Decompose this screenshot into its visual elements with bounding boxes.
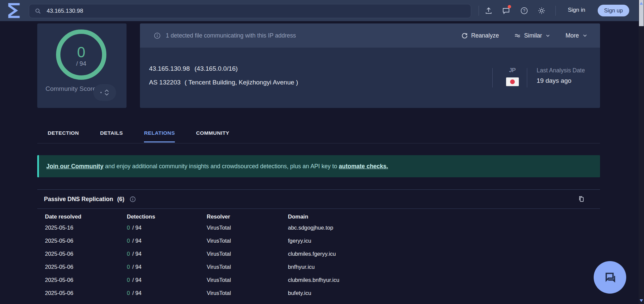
community-vote-stepper[interactable]	[93, 84, 116, 101]
asn[interactable]: AS 132203	[149, 79, 181, 86]
automate-checks-link[interactable]: automate checks.	[339, 163, 388, 170]
chat-fab-button[interactable]	[594, 261, 626, 294]
ip-summary-card: 1 detected file communicating with this …	[140, 23, 600, 108]
col-header-resolver: Resolver	[207, 214, 288, 225]
info-icon[interactable]	[129, 196, 136, 203]
country-block: JP	[503, 67, 522, 86]
cell-domain[interactable]: fgeryy.icu	[288, 238, 600, 251]
cell-resolver: VirusTotal	[207, 251, 288, 264]
search-bar[interactable]	[29, 4, 471, 18]
tab-details[interactable]: DETAILS	[100, 130, 123, 142]
scroll-up-arrow[interactable]	[640, 2, 643, 5]
cell-domain[interactable]: abc.sdgogjhue.top	[288, 225, 600, 238]
passive-dns-section: Passive DNS Replication (6) Date resolve…	[37, 189, 600, 303]
virustotal-logo[interactable]	[4, 2, 24, 19]
col-header-date: Date resolved	[45, 214, 127, 225]
upload-icon[interactable]	[484, 6, 493, 15]
cell-resolver: VirusTotal	[207, 277, 288, 290]
country-code: JP	[503, 67, 522, 74]
scroll-down-arrow[interactable]	[640, 299, 643, 302]
as-owner: ( Tencent Building, Kejizhongyi Avenue )	[185, 79, 298, 86]
japan-flag-icon	[506, 77, 519, 86]
cell-date: 2025-05-06	[45, 290, 127, 303]
cell-detections: 0/ 94	[127, 264, 207, 277]
col-header-detections: Detections	[127, 214, 207, 225]
cell-date: 2025-05-06	[45, 251, 127, 264]
tab-detection[interactable]: DETECTION	[48, 130, 79, 142]
report-tabs: DETECTION DETAILS RELATIONS COMMUNITY	[48, 130, 229, 142]
search-input[interactable]	[46, 7, 471, 15]
banner-text: and enjoy additional community insights …	[103, 163, 339, 170]
virustotal-page: ? Sign in Sign up 0 / 94 Community Score	[0, 0, 644, 304]
join-community-link[interactable]: Join our Community	[46, 163, 103, 170]
vertical-divider	[492, 68, 493, 87]
nav-divider	[555, 6, 556, 16]
cell-resolver: VirusTotal	[207, 238, 288, 251]
tab-community[interactable]: COMMUNITY	[196, 130, 229, 142]
passive-dns-titlebar: Passive DNS Replication (6)	[37, 189, 600, 209]
nav-divider	[479, 6, 479, 16]
detection-score-ring: 0 / 94	[56, 29, 106, 80]
cell-date: 2025-05-06	[45, 264, 127, 277]
more-label: More	[565, 32, 579, 39]
ip-address[interactable]: 43.165.130.98	[149, 65, 190, 72]
last-analysis-label: Last Analysis Date	[537, 67, 585, 74]
cell-date: 2025-05-06	[45, 238, 127, 251]
similar-label: Similar	[524, 32, 542, 39]
header-actions: Reanalyze Similar More	[461, 23, 588, 48]
cell-domain[interactable]: clubmiles.fgeryy.icu	[288, 251, 600, 264]
theme-toggle-icon[interactable]	[537, 6, 546, 15]
reanalyze-button[interactable]: Reanalyze	[461, 32, 499, 39]
asn-line: AS 132203( Tencent Building, Kejizhongyi…	[149, 79, 298, 86]
col-header-domain: Domain	[288, 214, 600, 225]
vertical-divider	[527, 68, 527, 87]
passive-dns-count: (6)	[117, 196, 124, 203]
detection-notice-text: 1 detected file communicating with this …	[166, 32, 296, 39]
stepper-carets	[104, 89, 109, 96]
last-analysis-block: Last Analysis Date 19 days ago	[537, 67, 585, 84]
join-community-banner: Join our Community and enjoy additional …	[37, 155, 600, 177]
cell-domain[interactable]: bnfhyur.icu	[288, 264, 600, 277]
svg-text:?: ?	[523, 8, 526, 13]
info-icon	[153, 32, 161, 40]
notification-badge	[508, 5, 511, 8]
score-total: / 94	[76, 60, 86, 67]
more-button[interactable]: More	[565, 32, 588, 39]
detection-notice: 1 detected file communicating with this …	[153, 23, 296, 48]
cell-date: 2025-05-06	[45, 277, 127, 290]
cell-detections: 0/ 94	[127, 277, 207, 290]
tab-relations[interactable]: RELATIONS	[144, 130, 175, 142]
cell-detections: 0/ 94	[127, 251, 207, 264]
cell-detections: 0/ 94	[127, 238, 207, 251]
comment-icon[interactable]	[502, 6, 510, 15]
cell-date: 2025-05-16	[45, 225, 127, 238]
last-analysis-value: 19 days ago	[537, 77, 585, 84]
reanalyze-label: Reanalyze	[471, 32, 499, 39]
cell-resolver: VirusTotal	[207, 290, 288, 303]
score-value: 0	[77, 45, 85, 60]
detection-notice-strip: 1 detected file communicating with this …	[140, 23, 600, 48]
ip-address-line: 43.165.130.98(43.165.0.0/16)	[149, 65, 238, 72]
cell-detections: 0/ 94	[127, 290, 207, 303]
passive-dns-table: Date resolved Detections Resolver Domain…	[45, 214, 600, 303]
copy-icon[interactable]	[578, 195, 585, 203]
sign-up-button[interactable]: Sign up	[598, 5, 629, 16]
scrollbar[interactable]	[639, 0, 644, 304]
passive-dns-title: Passive DNS Replication	[44, 196, 113, 203]
cell-resolver: VirusTotal	[207, 225, 288, 238]
cell-domain[interactable]: clubmiles.bnfhyur.icu	[288, 277, 600, 290]
help-icon[interactable]: ?	[520, 6, 529, 15]
cell-domain[interactable]: bufety.icu	[288, 290, 600, 303]
search-icon	[35, 8, 41, 14]
stepper-dot	[100, 92, 102, 93]
tabs-divider	[37, 143, 600, 143]
ip-network[interactable]: (43.165.0.0/16)	[195, 65, 238, 72]
cell-detections: 0/ 94	[127, 225, 207, 238]
top-nav: ? Sign in Sign up	[0, 0, 639, 21]
community-score-card: 0 / 94 Community Score	[37, 23, 127, 108]
cell-resolver: VirusTotal	[207, 264, 288, 277]
similar-button[interactable]: Similar	[514, 32, 551, 39]
sign-in-link[interactable]: Sign in	[568, 7, 585, 13]
chat-icon	[602, 270, 618, 285]
